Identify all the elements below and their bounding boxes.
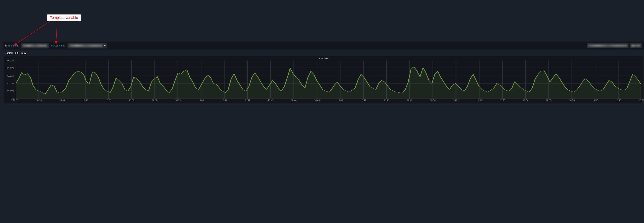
x-tick-label: 18:49 [407, 99, 412, 102]
redacted-value [69, 44, 102, 47]
x-tick-label: 18:40 [198, 99, 204, 102]
refresh-button[interactable] [630, 43, 642, 48]
x-tick-label: 18:47 [360, 99, 366, 102]
toolbar-right [587, 43, 643, 48]
variable-row: Environment Server Name [3, 42, 644, 50]
time-range-picker[interactable] [587, 43, 628, 48]
x-tick-label: 18:50 [430, 99, 436, 102]
y-tick-label: 100.00% [6, 67, 14, 69]
x-tick-label: 18:44 [291, 99, 296, 102]
row-title: CPU Utilization [7, 52, 26, 55]
x-tick-label: 18:48 [384, 99, 389, 102]
x-tick-label: 18:57 [592, 99, 598, 102]
chart-area [16, 60, 642, 99]
x-tick-label: 18:52 [476, 99, 482, 102]
x-tick-label: 18:33 [36, 99, 42, 102]
variable-label-environment: Environment [4, 44, 20, 47]
x-axis: 18:3218:3318:3418:3518:3618:3718:3818:39… [16, 99, 642, 103]
x-tick-label: 18:45 [314, 99, 320, 102]
y-tick-label: 50.00% [7, 82, 14, 84]
x-tick-label: 18:36 [106, 99, 111, 102]
chevron-down-icon [104, 45, 106, 46]
dashboard: Environment Server Name CPU Utilization … [3, 42, 644, 223]
x-tick-label: 18:37 [129, 99, 134, 102]
y-tick-label: 125.00% [6, 59, 14, 62]
x-tick-label: 18:58 [616, 99, 621, 102]
x-tick-label: 18:54 [523, 99, 528, 102]
x-tick-label: 18:59 [639, 99, 644, 102]
annotation-label: Template variable [50, 16, 78, 20]
chevron-down-icon [4, 52, 6, 54]
panel-cpu[interactable]: CPU % 0%25.00%50.00%75.00%100.00%125.00%… [4, 56, 643, 104]
x-tick-label: 18:41 [222, 99, 227, 102]
x-tick-label: 18:35 [82, 99, 88, 102]
chart-svg [16, 60, 642, 99]
x-tick-label: 18:43 [268, 99, 273, 102]
x-tick-label: 18:46 [338, 99, 343, 102]
y-axis: 0%25.00%50.00%75.00%100.00%125.00% [4, 60, 15, 99]
annotation-callout: Template variable [47, 14, 81, 21]
redacted-value [588, 45, 627, 47]
panel-title: CPU % [4, 56, 643, 60]
variable-value-environment[interactable] [21, 43, 49, 48]
x-tick-label: 18:38 [152, 99, 158, 102]
y-tick-label: 25.00% [7, 90, 14, 92]
variable-value-server-name[interactable] [68, 43, 107, 48]
x-tick-label: 18:55 [546, 99, 552, 102]
x-tick-label: 18:53 [500, 99, 505, 102]
x-tick-label: 18:42 [245, 99, 250, 102]
x-tick-label: 18:39 [175, 99, 181, 102]
svg-line-2 [56, 20, 57, 44]
y-tick-label: 75.00% [7, 75, 14, 77]
x-tick-label: 18:51 [453, 99, 459, 102]
series-area [16, 67, 642, 99]
row-header-cpu-utilization[interactable]: CPU Utilization [3, 50, 644, 56]
redacted-value [631, 45, 640, 47]
redacted-value [22, 44, 47, 47]
x-tick-label: 18:34 [59, 99, 65, 102]
x-tick-label: 18:56 [569, 99, 575, 102]
x-tick-label: 18:32 [13, 99, 18, 102]
variable-label-server-name: Server Name [50, 44, 66, 47]
